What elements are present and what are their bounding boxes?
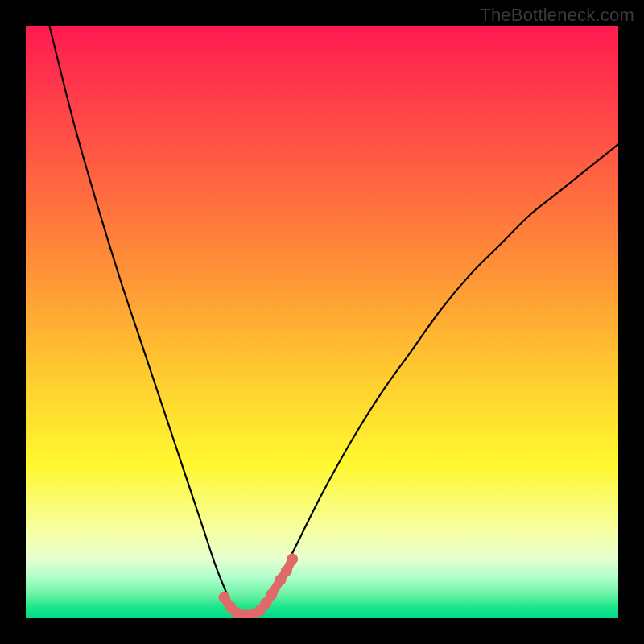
bottleneck-curve — [49, 26, 618, 613]
bottom-arc-marker — [287, 553, 298, 564]
bottom-arc-markers — [219, 553, 299, 618]
brand-watermark: TheBottleneck.com — [480, 5, 634, 26]
bottom-arc-marker — [266, 589, 277, 601]
bottleneck-curve-layer — [26, 26, 618, 618]
plot-frame — [26, 26, 618, 618]
bottom-arc-marker — [281, 565, 292, 576]
